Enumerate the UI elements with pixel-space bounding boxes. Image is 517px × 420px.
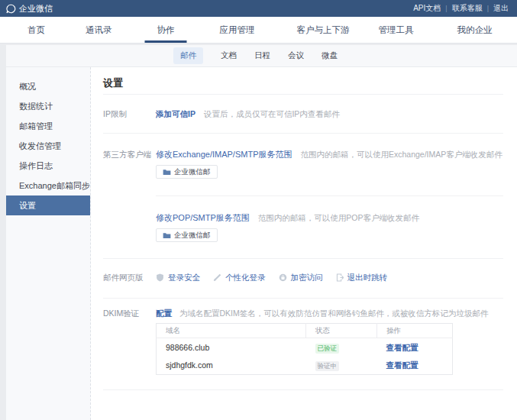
webmail-item-label: 个性化登录 xyxy=(225,270,266,284)
column-header-2: 操作 xyxy=(377,324,453,338)
main-nav: 首页通讯录协作应用管理客户与上下游管理工具我的企业 xyxy=(0,17,517,44)
table-header-row: 域名状态操作 xyxy=(157,324,453,338)
nav-item-2[interactable]: 协作 xyxy=(157,17,175,43)
webmail-item-0[interactable]: 登录安全 xyxy=(156,270,200,284)
tab-0[interactable]: 邮件 xyxy=(173,47,203,64)
dkim-domain-table: 域名状态操作 988666.club已验证查看配置sjdhgfdk.com验证中… xyxy=(156,323,453,375)
topbar-link-1[interactable]: 联系客服 xyxy=(448,3,487,14)
pop-hint: 范围内的邮箱，可以使用POP客户端收发邮件 xyxy=(258,213,419,222)
section-webmail: 邮件网页版 登录安全个性化登录加密访问退出时跳转 xyxy=(103,259,503,284)
column-header-1: 状态 xyxy=(306,324,377,338)
dkim-config-link[interactable]: 配置 xyxy=(156,309,172,318)
webmail-item-2[interactable]: 加密访问 xyxy=(279,270,323,284)
status-badge: 已验证 xyxy=(315,344,340,354)
table-body: 988666.club已验证查看配置sjdhgfdk.com验证中查看配置 xyxy=(157,338,453,375)
ip-hint: 设置后，成员仅可在可信IP内查看邮件 xyxy=(204,109,340,118)
divider xyxy=(156,195,503,196)
section-label: 邮件网页版 xyxy=(103,270,156,284)
brand-title: 企业微信 xyxy=(19,3,53,15)
section-dkim: DKIM验证 配置为域名配置DKIM签名，可以有效防范仿冒和网络钓鱼邮件，或被收… xyxy=(103,299,503,375)
brand: 企业微信 xyxy=(6,3,53,15)
wechat-work-logo-icon xyxy=(6,4,16,14)
nav-item-4[interactable]: 客户与上下游 xyxy=(297,17,350,43)
nav-item-5[interactable]: 管理工具 xyxy=(379,17,414,43)
sidebar-item-1[interactable]: 数据统计 xyxy=(6,96,90,116)
sidebar-item-3[interactable]: 收发信管理 xyxy=(6,136,90,156)
webmail-item-1[interactable]: 个性化登录 xyxy=(213,270,266,284)
sidebar-item-5[interactable]: Exchange邮箱同步 xyxy=(6,176,90,195)
topbar-link-2[interactable]: 退出 xyxy=(489,3,513,14)
settings-content: 设置 IP限制 添加可信IP设置后，成员仅可在可信IP内查看邮件 第三方客户端 … xyxy=(91,67,517,420)
webmail-items: 登录安全个性化登录加密访问退出时跳转 xyxy=(156,270,503,284)
webmail-item-label: 加密访问 xyxy=(291,270,323,284)
module-tabs: 邮件文档日程会议微盘 xyxy=(6,45,517,67)
domain-cell: 988666.club xyxy=(157,338,306,357)
topbar: 企业微信 API文档|联系客服|退出 xyxy=(0,0,517,17)
nav-item-1[interactable]: 通讯录 xyxy=(86,17,112,43)
sidebar-item-2[interactable]: 邮箱管理 xyxy=(6,116,90,136)
divider xyxy=(103,389,503,390)
view-config-link[interactable]: 查看配置 xyxy=(386,360,418,370)
tab-1[interactable]: 文档 xyxy=(221,47,237,64)
sidebar: 概况数据统计邮箱管理收发信管理操作日志Exchange邮箱同步设置 xyxy=(6,67,91,420)
webmail-item-label: 退出时跳转 xyxy=(347,270,388,284)
topbar-links: API文档|联系客服|退出 xyxy=(409,3,513,14)
brush-icon xyxy=(213,273,221,282)
tab-3[interactable]: 会议 xyxy=(288,47,304,64)
section-label: 第三方客户端 xyxy=(103,147,156,242)
pop-scope-chip[interactable]: 企业微信邮 xyxy=(156,228,218,242)
panel: 邮件文档日程会议微盘 概况数据统计邮箱管理收发信管理操作日志Exchange邮箱… xyxy=(6,45,517,420)
page-background: 邮件文档日程会议微盘 概况数据统计邮箱管理收发信管理操作日志Exchange邮箱… xyxy=(0,44,517,420)
nav-item-0[interactable]: 首页 xyxy=(27,17,45,43)
sidebar-item-4[interactable]: 操作日志 xyxy=(6,156,90,176)
sidebar-item-0[interactable]: 概况 xyxy=(6,76,90,96)
shield-icon xyxy=(156,273,164,282)
table-row: sjdhgfdk.com验证中查看配置 xyxy=(157,357,453,375)
exchange-scope-chip[interactable]: 企业微信邮 xyxy=(156,165,218,179)
topbar-link-0[interactable]: API文档 xyxy=(409,3,445,14)
nav-item-6[interactable]: 我的企业 xyxy=(457,17,493,43)
tab-4[interactable]: 微盘 xyxy=(322,47,338,64)
webmail-item-label: 登录安全 xyxy=(168,270,200,284)
modify-exchange-imap-smtp-link[interactable]: 修改Exchange/IMAP/SMTP服务范围 xyxy=(156,150,292,159)
table-row: 988666.club已验证查看配置 xyxy=(157,338,453,357)
page-title: 设置 xyxy=(103,77,503,89)
folder-icon xyxy=(163,169,171,176)
lock-icon xyxy=(279,273,287,282)
status-cell: 验证中 xyxy=(306,357,377,375)
exit-icon xyxy=(336,273,344,282)
add-trusted-ip-link[interactable]: 添加可信IP xyxy=(156,109,195,118)
domain-cell: sjdhgfdk.com xyxy=(157,357,306,375)
exchange-hint: 范围内的邮箱，可以使用Exchange/IMAP客户端收发邮件 xyxy=(301,150,502,159)
modify-pop-smtp-link[interactable]: 修改POP/SMTP服务范围 xyxy=(156,213,250,222)
column-header-0: 域名 xyxy=(157,324,306,338)
tab-2[interactable]: 日程 xyxy=(254,47,270,64)
action-cell: 查看配置 xyxy=(377,357,453,375)
action-cell: 查看配置 xyxy=(377,338,453,357)
dkim-hint: 为域名配置DKIM签名，可以有效防范仿冒和网络钓鱼邮件，或被收信方标记为垃圾邮件 xyxy=(179,309,488,318)
nav-item-3[interactable]: 应用管理 xyxy=(220,17,255,43)
section-label: IP限制 xyxy=(103,107,156,121)
section-ip-restriction: IP限制 添加可信IP设置后，成员仅可在可信IP内查看邮件 xyxy=(103,95,503,121)
section-label: DKIM验证 xyxy=(103,306,156,375)
folder-icon xyxy=(163,232,171,239)
status-cell: 已验证 xyxy=(306,338,377,357)
status-badge: 验证中 xyxy=(315,361,340,371)
webmail-item-3[interactable]: 退出时跳转 xyxy=(336,270,388,284)
section-third-party-client: 第三方客户端 修改Exchange/IMAP/SMTP服务范围范围内的邮箱，可以… xyxy=(103,134,503,242)
sidebar-item-6[interactable]: 设置 xyxy=(6,195,90,215)
view-config-link[interactable]: 查看配置 xyxy=(386,343,418,352)
